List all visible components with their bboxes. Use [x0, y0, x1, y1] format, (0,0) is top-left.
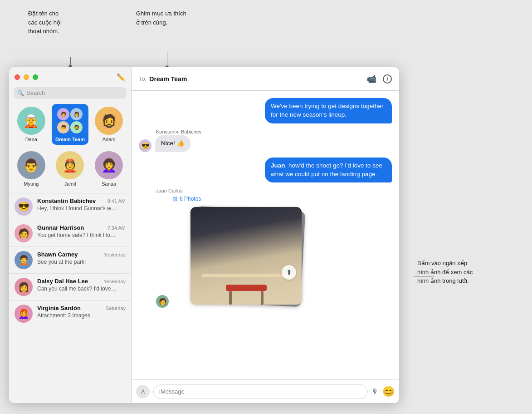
bubble-out2: Juan, how'd the shoot go? I'd love to se…: [265, 158, 392, 183]
chat-to-label: To:: [139, 75, 146, 82]
avatar-jamil: 👲: [56, 151, 84, 179]
conv-time-konstantin: 9:41 AM: [107, 198, 126, 204]
maximize-button[interactable]: [33, 74, 38, 80]
messages-window: ✏️ 🔍 Search 🧝 Dana 🧑 👩 👦 🧔 Dream: [9, 67, 399, 403]
conv-item-shawn[interactable]: 🧑‍🦱 Shawn Carney Yesterday See you at th…: [9, 247, 131, 274]
conv-body-shawn: Shawn Carney Yesterday See you at the pa…: [37, 251, 126, 265]
appstore-icon-symbol: A: [141, 389, 145, 395]
pinned-item-sanaa[interactable]: 👩‍🦱 Sanaa: [90, 148, 127, 189]
msg-row-out1: We've been trying to get designs togethe…: [139, 98, 392, 123]
conv-name-shawn: Shawn Carney: [37, 251, 78, 258]
conv-time-gunnar: 7:34 AM: [107, 225, 126, 231]
pinned-grid-row2: 👨 Myung 👲 Jamil 👩‍🦱 Sanaa: [9, 148, 131, 193]
video-call-icon[interactable]: 📹: [366, 74, 376, 84]
conv-item-gunnar[interactable]: 🧑 Gunnar Harrison 7:34 AM You get home s…: [9, 220, 131, 247]
conv-item-konstantin[interactable]: 😎 Konstantin Babichev 9:41 AM Hey, I thi…: [9, 193, 131, 220]
msg-sender-konstantin: Konstantin Babichev: [156, 129, 201, 134]
chat-area: To: Dream Team 📹 i We've been trying to …: [132, 67, 399, 403]
annotation-3: Bấm vào ngăn xếp hình ảnh để xem các hìn…: [417, 259, 473, 286]
contact-name-myung: Myung: [24, 181, 39, 187]
conv-name-virginia: Virginia Sardón: [37, 305, 81, 311]
msg-avatar-small-konstantin: 😎: [139, 139, 151, 152]
photos-label: ⊞ 6 Photos: [172, 195, 307, 202]
avatar-dana: 🧝: [17, 107, 45, 135]
avatar-sanaa: 👩‍🦱: [95, 151, 123, 179]
msg-row-in-juan: Juan Carlos ⊞ 6 Photos 🧑: [139, 188, 392, 310]
photo-sender-row: Juan Carlos: [156, 188, 307, 193]
pinned-item-adam[interactable]: 🧔 Adam: [90, 104, 127, 145]
conv-preview-virginia: Attachment: 3 Images: [37, 312, 117, 319]
photos-count: 6 Photos: [180, 196, 201, 202]
photo-stack[interactable]: ⬆: [189, 205, 307, 310]
contact-name-adam: Adam: [102, 137, 116, 142]
sidebar: ✏️ 🔍 Search 🧝 Dana 🧑 👩 👦 🧔 Dream: [9, 67, 132, 403]
pinned-item-myung[interactable]: 👨 Myung: [13, 148, 50, 189]
info-icon[interactable]: i: [383, 74, 392, 84]
annotation-1: Đặt tên cho các cuộc hội thoại nhóm.: [28, 9, 62, 36]
chat-title-row: To: Dream Team: [139, 75, 187, 83]
conv-time-daisy: Yesterday: [103, 279, 126, 284]
conv-body-konstantin: Konstantin Babichev 9:41 AM Hey, I think…: [37, 197, 126, 212]
pinned-grid-row1: 🧝 Dana 🧑 👩 👦 🧔 Dream Team 🧔 Adam: [9, 102, 131, 148]
minimize-button[interactable]: [24, 74, 29, 80]
msg-avatar-small-juan: 🧑: [156, 295, 169, 308]
conv-item-virginia[interactable]: 👩‍🦰 Virginia Sardón Saturday Attachment:…: [9, 301, 131, 327]
conv-body-virginia: Virginia Sardón Saturday Attachment: 3 I…: [37, 305, 126, 319]
msg-row-out2: Juan, how'd the shoot go? I'd love to se…: [139, 158, 392, 183]
audio-waveform-icon[interactable]: 🎙: [371, 388, 379, 396]
app-store-icon[interactable]: A: [136, 385, 150, 399]
emoji-picker-icon[interactable]: 😊: [382, 386, 395, 398]
contact-name-dana: Dana: [25, 137, 37, 142]
annotation-2: Ghim mục ưa thích ở trên cùng.: [136, 9, 186, 27]
conv-preview-gunnar: You get home safe? I think I lost my wal…: [37, 232, 117, 238]
msg-with-avatar-konstantin: 😎 Nice! 👍: [139, 135, 190, 152]
photo-sender-name: Juan Carlos: [156, 188, 183, 193]
bubble-out1: We've been trying to get designs togethe…: [265, 98, 392, 123]
messages-body: We've been trying to get designs togethe…: [132, 91, 399, 380]
sidebar-titlebar: ✏️: [9, 67, 131, 87]
conv-time-virginia: Saturday: [106, 306, 126, 311]
avatar-shawn: 🧑‍🦱: [15, 251, 33, 269]
search-icon: 🔍: [17, 90, 24, 96]
photo-card-front[interactable]: ⬆: [190, 207, 302, 305]
chair-photo: [190, 207, 302, 305]
bubble-text-konstantin: Nice! 👍: [161, 139, 185, 148]
photo-section: Juan Carlos ⊞ 6 Photos 🧑: [156, 188, 307, 310]
contact-name-sanaa: Sanaa: [102, 181, 116, 187]
avatar-myung: 👨: [17, 151, 45, 179]
bubble-in-konstantin: Nice! 👍: [155, 135, 190, 152]
chat-title: Dream Team: [149, 75, 187, 83]
avatar-daisy: 👩: [15, 278, 33, 296]
input-bar: A 🎙 😊: [132, 380, 399, 403]
conv-name-daisy: Daisy Dal Hae Lee: [37, 278, 88, 285]
pinned-item-dana[interactable]: 🧝 Dana: [13, 104, 50, 145]
conv-item-daisy[interactable]: 👩 Daisy Dal Hae Lee Yesterday Can you ca…: [9, 274, 131, 301]
conv-body-gunnar: Gunnar Harrison 7:34 AM You get home saf…: [37, 224, 126, 238]
pinned-item-dreamteam[interactable]: 🧑 👩 👦 🧔 Dream Team: [52, 104, 89, 145]
chat-header-icons: 📹 i: [366, 74, 392, 84]
conv-preview-shawn: See you at the park!: [37, 259, 117, 265]
conv-name-gunnar: Gunnar Harrison: [37, 224, 84, 231]
search-bar[interactable]: 🔍 Search: [14, 87, 127, 99]
contact-name-jamil: Jamil: [64, 181, 76, 187]
search-placeholder: Search: [26, 89, 45, 96]
avatar-adam: 🧔: [95, 107, 123, 135]
pinned-item-jamil[interactable]: 👲 Jamil: [52, 148, 89, 189]
compose-icon[interactable]: ✏️: [117, 73, 126, 82]
conversation-list: 😎 Konstantin Babichev 9:41 AM Hey, I thi…: [9, 193, 131, 404]
conv-name-konstantin: Konstantin Babichev: [37, 197, 96, 204]
imessage-input[interactable]: [153, 384, 368, 399]
conv-time-shawn: Yesterday: [103, 252, 126, 257]
conv-body-daisy: Daisy Dal Hae Lee Yesterday Can you call…: [37, 278, 126, 292]
avatar-virginia: 👩‍🦰: [15, 305, 33, 323]
chat-header: To: Dream Team 📹 i: [132, 67, 399, 91]
conv-preview-konstantin: Hey, I think I found Gunnar's wallet. It…: [37, 205, 117, 212]
contact-name-dreamteam: Dream Team: [55, 137, 85, 142]
close-button[interactable]: [15, 74, 20, 80]
avatar-dreamteam: 🧑 👩 👦 🧔: [56, 107, 84, 135]
msg-row-in-konstantin: Konstantin Babichev 😎 Nice! 👍: [139, 129, 392, 152]
avatar-konstantin: 😎: [15, 197, 33, 216]
avatar-gunnar: 🧑: [15, 224, 33, 242]
conv-preview-daisy: Can you call me back? I'd love to hear m…: [37, 286, 117, 292]
